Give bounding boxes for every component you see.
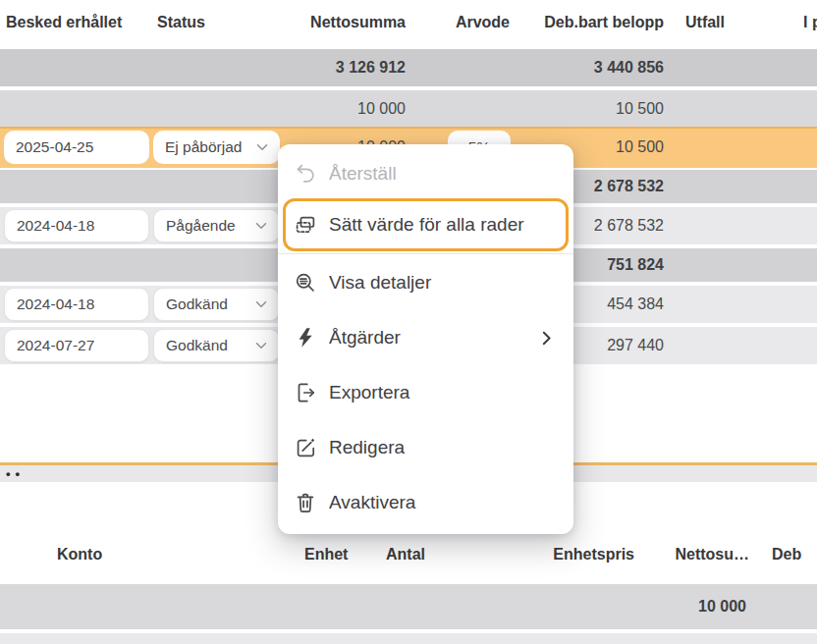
debbart-value: 454 384 [607,286,664,323]
nettosumma-value: 10 000 [357,90,406,127]
column-header-deb2[interactable]: Deb [772,546,801,564]
table2-row-summary[interactable]: 10 000 [0,584,817,629]
column-header-debbart[interactable]: Deb.bart belopp [544,14,664,31]
menu-item-label: Åtgärder [329,327,530,349]
column-header-konto[interactable]: Konto [57,546,102,564]
chevron-down-icon [256,143,268,151]
chevron-down-icon [255,342,267,349]
debbart-value: 297 440 [607,327,664,364]
column-header-arvode[interactable]: Arvode [456,14,510,31]
column-header-enhetspris[interactable]: Enhetspris [553,546,634,564]
menu-item-label: Redigera [329,437,562,458]
column-header-enhet[interactable]: Enhet [304,546,348,564]
column-header-nettosumma2[interactable]: Nettosu… [675,546,749,564]
besked-date-input[interactable]: 2024-04-18 [4,209,149,242]
debbart-value: 10 500 [616,90,664,127]
status-value: Godkänd [166,337,228,354]
column-header-nettosumma[interactable]: Nettosumma [310,14,406,31]
chevron-down-icon [255,222,267,230]
actions-icon [294,326,317,349]
menu-item-exportera[interactable]: Exportera [278,365,573,420]
menu-separator [278,253,573,254]
menu-item-label: Avaktivera [329,492,562,513]
menu-item-atgarder[interactable]: Åtgärder [278,310,573,365]
set-all-rows-icon [294,213,317,237]
table-row-summary-total[interactable]: 3 126 912 3 440 856 [0,49,817,86]
debbart-value: 2 678 532 [594,207,664,244]
menu-item-label: Sätt värde för alla rader [329,214,558,236]
menu-item-avaktivera[interactable]: Avaktivera [278,475,573,530]
menu-item-satt-varde-alla-rader[interactable]: Sätt värde för alla rader [283,198,569,251]
table-row-group[interactable]: 10 000 10 500 [0,90,817,127]
debbart-value: 2 678 532 [594,170,664,203]
menu-item-label: Exportera [329,382,562,403]
chevron-right-icon [542,331,552,346]
table2-row-inputs[interactable] [0,633,817,644]
menu-item-label: Återställ [329,163,562,185]
menu-item-visa-detaljer[interactable]: Visa detaljer [278,255,573,310]
menu-item-aterstall: Återställ [278,149,573,198]
context-menu: Återställ Sätt värde för alla rader Visa [278,144,573,534]
grid-view: Besked erhållet Status Nettosumma Arvode… [0,0,817,644]
nettosumma-value: 10 000 [698,584,746,629]
column-header-antal[interactable]: Antal [386,546,425,564]
status-select[interactable]: Godkänd [153,288,280,321]
column-header-utfall[interactable]: Utfall [685,14,725,31]
besked-date-input[interactable]: 2025-04-25 [4,131,149,164]
besked-date-input[interactable]: 2024-07-27 [4,329,149,362]
status-select[interactable]: Godkänd [153,329,280,362]
deactivate-icon [294,491,317,514]
chevron-down-icon [255,300,267,308]
undo-icon [294,162,317,186]
debbart-value: 751 824 [607,248,664,282]
column-header-iprocent[interactable]: I p [803,14,817,31]
besked-date-input[interactable]: 2024-04-18 [4,288,149,321]
menu-item-label: Visa detaljer [329,272,562,294]
nettosumma-value: 3 126 912 [336,49,406,86]
export-icon [294,381,317,404]
debbart-value: 3 440 856 [594,49,664,86]
debbart-value: 10 500 [616,127,664,168]
status-value: Ej påbörjad [165,138,242,156]
menu-item-redigera[interactable]: Redigera [278,420,573,475]
column-header-besked[interactable]: Besked erhållet [6,14,122,31]
status-select[interactable]: Pågående [153,209,280,242]
status-value: Pågående [166,217,236,235]
ellipsis-dots: •• [6,467,25,480]
column-header-status[interactable]: Status [157,14,205,31]
status-value: Godkänd [166,295,228,313]
view-details-icon [294,271,317,295]
status-select[interactable]: Ej påbörjad [153,131,280,164]
edit-icon [294,436,317,459]
